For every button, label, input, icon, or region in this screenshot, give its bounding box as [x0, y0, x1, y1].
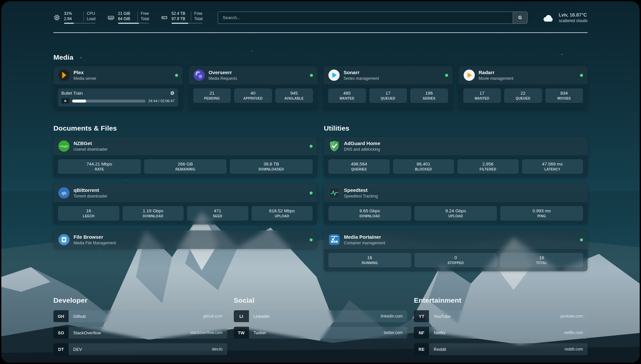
stat-label: SERIES [412, 97, 447, 100]
stat-value: 1.19 Gbps [124, 208, 183, 213]
service-name: Media Portainer [344, 234, 385, 240]
bookmark-name: LinkedIn [254, 314, 270, 319]
stat-value: 834 [547, 91, 582, 96]
section-title-developer: Developer [53, 296, 227, 304]
stat-label: RUNNING [330, 261, 410, 265]
stat-value: 39.6 TB [231, 162, 311, 167]
bookmark-url: netflix.com [564, 330, 583, 335]
bookmark-youtube[interactable]: YT YouTube youtube.com [414, 310, 588, 322]
stat-label: LEECH [59, 214, 118, 218]
stat-value: 22 [505, 91, 541, 96]
stat-value: 9.24 Gbps [416, 208, 496, 213]
disk-free-label: Free [191, 11, 202, 16]
stat-downloaded: 39.6 TB DOWNLOADED [230, 159, 313, 174]
stat-queued: 22 QUEUED [504, 88, 542, 103]
bookmark-netflix[interactable]: NF Netflix netflix.com [414, 327, 588, 339]
weather-location-temp: Lviv, 16.87°C [559, 12, 588, 17]
stat-value: 21 [195, 91, 230, 96]
service-card-speedtest[interactable]: Speedtest Speedtest Tracking 9.65 Gbps D… [324, 184, 588, 225]
bookmark-linkedin[interactable]: LI LinkedIn linkedin.com [234, 310, 408, 322]
snow-particles [1, 1, 2, 2]
service-description: Torrent downloader [74, 194, 107, 198]
service-name: File Browser [74, 234, 116, 240]
service-description: Container management [344, 241, 385, 245]
bookmark-abbr: YT [414, 310, 429, 322]
search-input[interactable] [218, 12, 512, 23]
playback-progress-bar[interactable] [72, 100, 145, 103]
stat-approved: 40 APPROVED [234, 88, 272, 103]
service-card-overseerr[interactable]: Overseerr Media Requests 21 PENDING 40 A… [189, 66, 318, 110]
stat-label: STOPPED [416, 261, 496, 265]
stat-label: BLOCKED [394, 167, 453, 171]
stat-label: RATE [59, 167, 139, 171]
status-dot [175, 74, 178, 77]
cpu-icon [53, 14, 60, 21]
bookmark-url: youtube.com [560, 314, 583, 318]
service-name: Radarr [479, 70, 513, 75]
bookmark-name: DEV [73, 347, 82, 352]
bookmark-abbr: LI [234, 310, 249, 322]
service-name: Plex [74, 70, 96, 75]
service-card-qbittorrent[interactable]: qb qBittorrent Torrent downloader 16 LEE… [53, 184, 317, 225]
service-card-adguard[interactable]: AdGuard Home DNS and adblocking 498,564 … [324, 137, 588, 178]
status-dot [310, 74, 313, 77]
adguard-icon [328, 140, 340, 152]
cpu-progress-bar [64, 23, 96, 24]
speedtest-icon [328, 187, 340, 199]
ram-free-value: 21 GiB [118, 11, 135, 16]
stat-wanted: 485 WANTED [328, 88, 366, 103]
stat-label: WANTED [329, 97, 365, 100]
bookmark-url: stackoverflow.com [190, 330, 223, 335]
dashboard-content: 31% CPU 2.94 Load [1, 1, 640, 363]
plex-icon [58, 69, 70, 81]
service-card-plex[interactable]: Plex Media server Bullet Train [53, 66, 183, 110]
settings-gear-icon[interactable] [170, 91, 175, 96]
ram-meter: 21 GiB Free 64 GiB Total [107, 11, 149, 24]
section-title-documents: Documents & Files [53, 124, 317, 132]
bookmark-github[interactable]: GH Github github.com [53, 310, 227, 322]
stat-value: 471 [188, 208, 247, 213]
service-card-portainer[interactable]: Media Portainer Container management 16 … [324, 230, 588, 271]
stat-queued: 17 QUEUED [369, 88, 407, 103]
bookmark-reddit[interactable]: RE Reddit reddit.com [414, 343, 588, 355]
bookmark-url: linkedin.com [381, 314, 403, 318]
bookmark-abbr: NF [414, 327, 429, 339]
stat-label: PENDING [195, 97, 230, 100]
stat-series: 196 SERIES [410, 88, 448, 103]
stat-latency: 47.569 ms LATENCY [522, 159, 583, 174]
stat-running: 16 RUNNING [328, 253, 411, 267]
bookmark-url: twitter.com [384, 330, 403, 335]
bookmark-twitter[interactable]: TW Twitter twitter.com [234, 327, 408, 339]
cpu-load-value: 2.94 [64, 16, 80, 22]
bookmark-abbr: GH [53, 310, 69, 322]
stat-label: QUERIES [330, 167, 388, 171]
stat-download: 9.65 Gbps DOWNLOAD [328, 206, 411, 221]
bookmark-group-social: Social LI LinkedIn linkedin.com TW Twitt… [234, 296, 408, 360]
stat-value: 498,564 [330, 162, 388, 167]
service-card-sonarr[interactable]: Sonarr Series management 485 WANTED 17 Q… [323, 66, 453, 110]
bookmark-name: Twitter [254, 330, 266, 335]
stat-value: 485 [329, 91, 365, 96]
stat-label: QUEUED [371, 97, 406, 100]
stat-pending: 21 PENDING [193, 88, 231, 103]
bookmark-dev[interactable]: DT DEV dev.to [53, 343, 227, 355]
service-card-nzbget[interactable]: nzbget NZBGet Usenet downloader 744.21 M… [53, 137, 317, 178]
dashboard-screen: 31% CPU 2.94 Load [1, 1, 640, 363]
disk-icon [161, 14, 168, 21]
service-card-radarr[interactable]: Radarr Movie management 17 WANTED 22 QUE… [459, 66, 588, 110]
cpu-meter: 31% CPU 2.94 Load [53, 11, 96, 24]
stat-value: 945 [277, 91, 312, 96]
disk-progress-bar [171, 23, 202, 24]
service-card-filebrowser[interactable]: File Browser Media File Management [53, 230, 317, 249]
search-engine-button[interactable]: G [513, 12, 527, 23]
stat-upload: 9.24 Gbps UPLOAD [414, 206, 497, 221]
section-title-entertainment: Entertainment [414, 296, 588, 304]
pause-icon[interactable] [61, 98, 69, 104]
svg-text:nzbget: nzbget [60, 145, 68, 148]
stat-value: 0 [416, 255, 496, 260]
media-grid: Plex Media server Bullet Train [53, 66, 588, 110]
stat-queries: 498,564 QUERIES [328, 159, 390, 174]
stat-rate: 744.21 Mbps RATE [58, 159, 141, 174]
bookmark-stackoverflow[interactable]: SO StackOverflow stackoverflow.com [53, 327, 227, 339]
stat-blocked: 86,401 BLOCKED [393, 159, 454, 174]
